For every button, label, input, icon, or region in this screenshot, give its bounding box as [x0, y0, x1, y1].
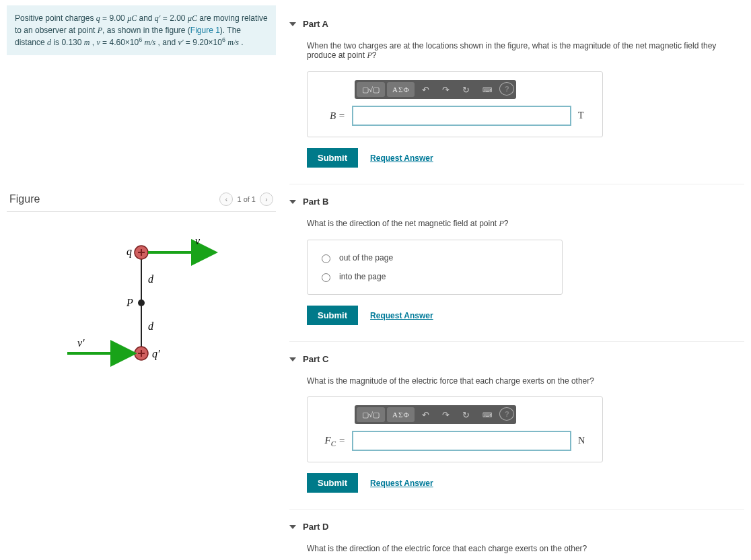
part-a-title: Part A: [303, 19, 328, 29]
reset-icon[interactable]: ↻: [457, 82, 475, 97]
part-c-unit: N: [578, 435, 592, 446]
part-b-options: out of the page into the page: [307, 240, 563, 295]
svg-text:v: v: [195, 235, 201, 246]
part-c-prompt: What is the magnitude of the electric fo…: [307, 376, 744, 386]
part-b-title: Part B: [303, 197, 328, 207]
part-d-prompt: What is the direction of the electric fo…: [307, 544, 744, 553]
svg-text:d: d: [148, 320, 154, 332]
part-c-answer-input[interactable]: [352, 431, 571, 451]
help-icon[interactable]: ?: [499, 82, 514, 96]
reset-icon[interactable]: ↻: [457, 407, 475, 422]
part-b-request-answer-link[interactable]: Request Answer: [370, 311, 433, 320]
part-c-var-label: FC =: [318, 435, 345, 448]
greek-tool-icon[interactable]: ΑΣΦ: [387, 407, 415, 422]
svg-text:d: d: [148, 273, 154, 285]
part-d: Part D What is the direction of the elec…: [289, 510, 744, 560]
collapse-icon[interactable]: [289, 22, 296, 26]
part-c-request-answer-link[interactable]: Request Answer: [370, 479, 433, 488]
figure-heading: Figure: [9, 193, 40, 205]
figure-prev-button[interactable]: ‹: [219, 193, 233, 206]
part-c: Part C What is the magnitude of the elec…: [289, 342, 744, 510]
figure-pager-text: 1 of 1: [237, 195, 256, 203]
svg-text:v′: v′: [77, 337, 85, 349]
keyboard-icon[interactable]: ⌨: [477, 82, 497, 97]
part-a: Part A When the two charges are at the l…: [289, 7, 744, 184]
help-icon[interactable]: ?: [499, 407, 514, 421]
undo-icon[interactable]: ↶: [417, 82, 435, 97]
figure-link[interactable]: Figure 1: [190, 26, 220, 35]
figure-next-button[interactable]: ›: [260, 193, 273, 206]
svg-point-8: [138, 300, 145, 306]
part-a-var-label: B =: [318, 110, 345, 122]
part-b-option-2[interactable]: into the page: [318, 267, 551, 286]
redo-icon[interactable]: ↷: [437, 407, 455, 422]
problem-statement: Positive point charges q = 9.00 μC and q…: [7, 5, 276, 55]
greek-tool-icon[interactable]: ΑΣΦ: [387, 82, 415, 97]
part-a-prompt: When the two charges are at the location…: [307, 41, 744, 61]
part-a-request-answer-link[interactable]: Request Answer: [370, 153, 433, 163]
part-a-answer-panel: ▢√▢ ΑΣΦ ↶ ↷ ↻ ⌨ ? B = T: [307, 71, 603, 137]
equation-toolbar: ▢√▢ ΑΣΦ ↶ ↷ ↻ ⌨ ?: [355, 405, 516, 424]
collapse-icon[interactable]: [289, 525, 296, 529]
radio-input[interactable]: [322, 254, 330, 263]
templates-tool-icon[interactable]: ▢√▢: [357, 82, 385, 97]
svg-text:q′: q′: [152, 348, 160, 360]
part-a-answer-input[interactable]: [352, 106, 571, 126]
figure-header: Figure ‹ 1 of 1 ›: [7, 190, 276, 212]
part-c-answer-panel: ▢√▢ ΑΣΦ ↶ ↷ ↻ ⌨ ? FC = N: [307, 396, 603, 462]
part-a-unit: T: [578, 110, 592, 121]
svg-text:q: q: [127, 246, 132, 258]
keyboard-icon[interactable]: ⌨: [477, 407, 497, 422]
figure-diagram: q v d P d q′ v′: [7, 212, 276, 394]
part-a-submit-button[interactable]: Submit: [307, 148, 358, 168]
collapse-icon[interactable]: [289, 200, 296, 204]
undo-icon[interactable]: ↶: [417, 407, 435, 422]
templates-tool-icon[interactable]: ▢√▢: [357, 407, 385, 422]
radio-input[interactable]: [322, 273, 330, 282]
svg-text:P: P: [126, 297, 133, 308]
part-d-title: Part D: [303, 522, 328, 532]
part-c-title: Part C: [303, 354, 328, 364]
equation-toolbar: ▢√▢ ΑΣΦ ↶ ↷ ↻ ⌨ ?: [355, 80, 516, 99]
part-c-submit-button[interactable]: Submit: [307, 473, 358, 493]
part-b-prompt: What is the direction of the net magneti…: [307, 219, 744, 229]
redo-icon[interactable]: ↷: [437, 82, 455, 97]
part-b: Part B What is the direction of the net …: [289, 184, 744, 342]
part-b-submit-button[interactable]: Submit: [307, 306, 358, 325]
part-b-option-1[interactable]: out of the page: [318, 248, 551, 267]
collapse-icon[interactable]: [289, 357, 296, 361]
